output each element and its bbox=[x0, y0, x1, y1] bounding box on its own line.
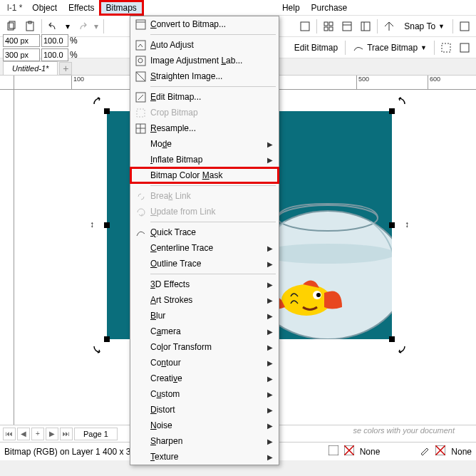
ruler-origin[interactable] bbox=[0, 76, 14, 90]
menu-outline-trace[interactable]: Outline Trace ▶ bbox=[130, 256, 279, 271]
redo-button[interactable] bbox=[73, 18, 90, 35]
chevron-down-icon: ▼ bbox=[420, 44, 427, 51]
menu-creative[interactable]: Creative▶ bbox=[130, 371, 279, 386]
menu-effects[interactable]: Effects bbox=[63, 1, 100, 14]
snap-to-button[interactable]: Snap To ▼ bbox=[399, 19, 450, 33]
outline-pen-icon[interactable] bbox=[420, 445, 430, 457]
image-lab-icon bbox=[130, 53, 150, 68]
menu-label: Edit Bitmap... bbox=[150, 92, 273, 102]
doc-tab[interactable]: Untitled-1* bbox=[3, 61, 58, 75]
menu-art-strokes[interactable]: Art Strokes▶ bbox=[130, 292, 279, 308]
menu-centerline-trace[interactable]: Centerline Trace ▶ bbox=[130, 240, 279, 256]
menu-camera[interactable]: Camera▶ bbox=[130, 324, 279, 339]
menu-label: Image Adjustment Lab... bbox=[150, 56, 273, 66]
nav-prev-button[interactable]: ◀ bbox=[17, 428, 30, 440]
menu-noise[interactable]: Noise▶ bbox=[130, 418, 279, 433]
resize-handle-w[interactable] bbox=[104, 222, 110, 228]
blank-icon bbox=[130, 240, 150, 256]
edit-bitmap-button[interactable]: Edit Bitmap bbox=[290, 41, 342, 54]
undo-button[interactable] bbox=[45, 18, 62, 35]
svg-rect-8 bbox=[329, 27, 333, 31]
menu-resample[interactable]: Resample... bbox=[130, 120, 279, 136]
percent-label: % bbox=[70, 36, 78, 46]
menu-image-adjustment-lab[interactable]: Image Adjustment Lab... bbox=[130, 53, 279, 68]
resize-handle-e[interactable] bbox=[389, 222, 395, 228]
nav-next-button[interactable]: ▶ bbox=[46, 428, 58, 440]
submenu-arrow-icon: ▶ bbox=[267, 244, 273, 252]
rotate-handle-sw[interactable] bbox=[91, 343, 103, 355]
menu-blur[interactable]: Blur▶ bbox=[130, 308, 279, 324]
no-outline-icon[interactable] bbox=[435, 445, 445, 457]
submenu-arrow-icon: ▶ bbox=[267, 296, 273, 304]
paste-button[interactable] bbox=[21, 18, 38, 35]
rotate-handle-nw[interactable] bbox=[91, 95, 103, 107]
menu-sharpen[interactable]: Sharpen▶ bbox=[130, 433, 279, 449]
svg-point-21 bbox=[316, 293, 321, 297]
submenu-arrow-icon: ▶ bbox=[267, 156, 273, 164]
resample-icon bbox=[130, 120, 150, 136]
menu-auto-adjust[interactable]: Auto Adjust bbox=[130, 37, 279, 53]
crop-button[interactable] bbox=[438, 39, 455, 56]
nav-last-button[interactable]: ⏭ bbox=[60, 428, 73, 440]
menu-help[interactable]: Help bbox=[276, 1, 306, 14]
separator bbox=[434, 41, 435, 55]
scale-x-input[interactable] bbox=[41, 34, 68, 47]
bitmaps-menu: Convert to Bitmap... Auto Adjust Image A… bbox=[130, 16, 279, 465]
menu-bitmaps[interactable]: Bitmaps bbox=[100, 1, 143, 14]
menu-straighten-image[interactable]: Straighten Image... bbox=[130, 68, 279, 84]
menu-inflate-bitmap[interactable]: Inflate Bitmap ▶ bbox=[130, 152, 279, 167]
menu-purchase[interactable]: Purchase bbox=[306, 1, 353, 14]
publish-pdf-button[interactable] bbox=[296, 18, 314, 35]
menu-custom[interactable]: Custom▶ bbox=[130, 386, 279, 402]
menu-edit-bitmap[interactable]: Edit Bitmap... bbox=[130, 89, 279, 105]
resize-handle-sw[interactable] bbox=[104, 336, 110, 342]
page-tab[interactable]: Page 1 bbox=[74, 428, 118, 440]
menu-contour[interactable]: Contour▶ bbox=[130, 355, 279, 371]
svg-rect-14 bbox=[442, 43, 450, 52]
menu-label: Mode bbox=[150, 139, 267, 149]
nav-first-button[interactable]: ⏮ bbox=[3, 428, 16, 440]
no-fill-icon[interactable] bbox=[344, 445, 354, 457]
menu-label: Resample... bbox=[150, 123, 273, 133]
skew-handle-w[interactable]: ↕ bbox=[90, 219, 94, 229]
menu-color-transform[interactable]: Color Transform▶ bbox=[130, 339, 279, 355]
height-input[interactable] bbox=[3, 48, 40, 61]
ruler-vertical[interactable] bbox=[0, 90, 14, 425]
menu-convert-to-bitmap[interactable]: Convert to Bitmap... bbox=[130, 16, 279, 32]
resize-handle-se[interactable] bbox=[389, 336, 395, 342]
resample-button[interactable] bbox=[456, 39, 473, 56]
width-input[interactable] bbox=[3, 34, 40, 47]
menu-bitmap-color-mask[interactable]: Bitmap Color Mask bbox=[130, 167, 279, 183]
resize-handle-ne[interactable] bbox=[389, 108, 395, 114]
skew-handle-e[interactable]: ↕ bbox=[405, 219, 409, 229]
menu-3d-effects[interactable]: 3D Effects▶ bbox=[130, 276, 279, 292]
nav-add-button[interactable]: + bbox=[31, 428, 44, 440]
menu-label: Custom bbox=[150, 389, 267, 399]
trace-bitmap-button[interactable]: Trace Bitmap ▼ bbox=[348, 41, 431, 55]
menu-texture[interactable]: Texture▶ bbox=[130, 449, 279, 465]
separator bbox=[150, 34, 276, 35]
grid-button[interactable] bbox=[320, 18, 337, 35]
menu-quick-trace[interactable]: Quick Trace bbox=[130, 224, 279, 240]
update-link-icon bbox=[130, 204, 150, 219]
menu-crop-bitmap: Crop Bitmap bbox=[130, 105, 279, 120]
rotate-handle-se[interactable] bbox=[396, 343, 408, 355]
copy-button[interactable] bbox=[3, 18, 20, 35]
options-button[interactable] bbox=[357, 18, 374, 35]
view-button[interactable] bbox=[338, 18, 356, 35]
redo-dropdown[interactable]: ▾ bbox=[92, 18, 100, 35]
edit-bitmap-label: Edit Bitmap bbox=[294, 43, 338, 53]
scale-y-input[interactable] bbox=[41, 48, 68, 61]
menu-object[interactable]: Object bbox=[26, 1, 63, 14]
rotate-handle-ne[interactable] bbox=[396, 95, 408, 107]
launch-button[interactable] bbox=[456, 18, 473, 35]
menu-distort[interactable]: Distort▶ bbox=[130, 402, 279, 418]
snap-options-button[interactable] bbox=[381, 18, 398, 35]
blank-icon bbox=[130, 152, 150, 167]
resize-handle-nw[interactable] bbox=[104, 108, 110, 114]
add-tab-button[interactable]: + bbox=[59, 62, 72, 75]
fill-swatch-icon[interactable] bbox=[328, 445, 338, 457]
menu-mode[interactable]: Mode ▶ bbox=[130, 136, 279, 152]
undo-dropdown[interactable]: ▾ bbox=[63, 18, 72, 35]
menu-label: Distort bbox=[150, 405, 267, 415]
